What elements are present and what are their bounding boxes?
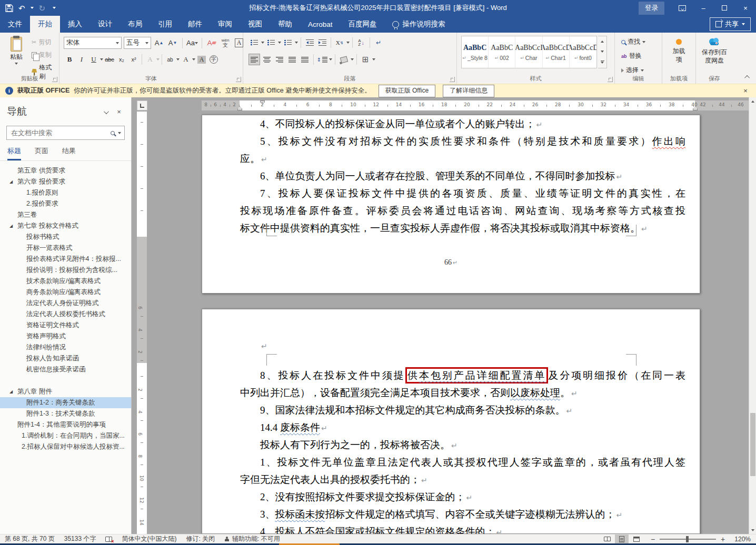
strikethrough-button[interactable]: abc (104, 54, 115, 65)
subscript-button[interactable]: x₂ (116, 54, 127, 65)
ribbon-tab-文件[interactable]: 文件 (0, 16, 30, 33)
zoom-level[interactable]: 120% (730, 536, 751, 543)
document-page-2[interactable]: ↵8、投标人在投标文件中须提供本包别产品详细配置清单及分项明细报价（在同一表中列… (202, 309, 700, 534)
nav-tree-item[interactable]: 附件1-3：技术关键条款 (0, 408, 131, 419)
share-button[interactable]: 共享 (710, 17, 751, 31)
nav-tree-item[interactable]: 报价表格式详见附件4：投标报... (0, 254, 131, 265)
nav-tree-item[interactable]: 1.报价原则 (0, 187, 131, 198)
close-button[interactable]: × (735, 0, 756, 16)
styles-scroll-down-icon[interactable] (601, 51, 604, 53)
word-count-status[interactable]: 35133 个字 (59, 534, 101, 543)
addins-button[interactable]: 加载项 (662, 37, 695, 64)
asian-layout-button[interactable]: X↯ (334, 37, 345, 48)
style-chip[interactable]: AaBbCcD↵font0 (570, 36, 596, 68)
proofing-status-button[interactable] (101, 537, 117, 542)
nav-tree-item[interactable]: 第五章 供货要求 (0, 165, 131, 176)
italic-button[interactable]: I (76, 54, 87, 65)
multilevel-list-button[interactable] (282, 37, 294, 48)
ribbon-tab-帮助[interactable]: 帮助 (270, 16, 300, 33)
styles-scroll-up-icon[interactable] (601, 41, 604, 43)
horizontal-ruler[interactable]: 8642246810121416182022242628303234363840… (202, 100, 749, 110)
style-chip[interactable]: AaBbCcI↵Char (515, 36, 542, 68)
ribbon-display-options-button[interactable] (672, 0, 693, 16)
license-bar-close-button[interactable]: × (739, 87, 752, 95)
change-case-button[interactable]: Aa (186, 37, 198, 49)
document-page-1[interactable]: 4、不同投标人的投标保证金从同一单位或者个人的账户转出；↵5、投标文件没有对招标… (202, 115, 700, 294)
ribbon-tab-布局[interactable]: 布局 (120, 16, 150, 33)
nav-tree-item[interactable]: 1.调价机制：在合同期内，当国家... (0, 430, 131, 441)
learn-more-button[interactable]: 了解详细信息 (443, 85, 494, 97)
zoom-out-button[interactable]: − (650, 535, 656, 543)
page-number-status[interactable]: 第 68 页, 共 70 页 (0, 534, 59, 543)
nav-tab-页面[interactable]: 页面 (35, 146, 48, 160)
nav-tree-item[interactable]: 2.报价要求 (0, 198, 131, 209)
scroll-up-button[interactable] (749, 97, 756, 105)
justify-button[interactable] (286, 54, 298, 65)
styles-dialog-launcher[interactable] (608, 77, 613, 82)
nav-tree-item[interactable]: 资格声明格式 (0, 331, 131, 342)
increase-indent-button[interactable] (316, 37, 328, 48)
nav-tree-item[interactable]: ◢第七章 投标文件格式 (0, 220, 131, 231)
nav-tree-item[interactable]: 附件1-2：商务关键条款 (0, 397, 131, 408)
web-layout-button[interactable] (630, 534, 643, 543)
bold-button[interactable]: B (64, 54, 75, 65)
ribbon-tab-邮件[interactable]: 邮件 (180, 16, 210, 33)
ribbon-tab-插入[interactable]: 插入 (60, 16, 90, 33)
clipboard-dialog-launcher[interactable] (52, 77, 57, 82)
align-right-button[interactable] (274, 54, 285, 65)
font-size-combo[interactable]: 五号 (124, 37, 151, 49)
paste-button[interactable]: 粘贴 (4, 37, 28, 75)
shrink-font-button[interactable]: A▼ (167, 37, 178, 49)
borders-button[interactable]: ⊞ (360, 54, 371, 65)
document-search-box[interactable] (6, 126, 125, 140)
scrollbar-thumb[interactable] (750, 413, 755, 476)
nav-tree-item[interactable]: 法定代表人身份证明格式 (0, 298, 131, 309)
ribbon-tab-百度网盘[interactable]: 百度网盘 (341, 16, 385, 33)
ribbon-tab-Acrobat[interactable]: Acrobat (300, 16, 341, 33)
font-color-dropdown-icon[interactable] (192, 58, 195, 60)
search-icon[interactable] (111, 131, 115, 135)
expand-collapse-icon[interactable]: ◢ (9, 176, 13, 187)
show-marks-button[interactable]: ↵ (373, 37, 384, 48)
navigation-options-button[interactable] (98, 108, 112, 116)
login-button[interactable]: 登录 (639, 2, 664, 15)
vertical-scrollbar[interactable] (749, 97, 756, 534)
nav-tree-item[interactable]: 投标人告知承诺函 (0, 353, 131, 364)
ribbon-tab-开始[interactable]: 开始 (30, 16, 60, 33)
highlight-dropdown-icon[interactable] (176, 58, 180, 60)
expand-collapse-icon[interactable]: ◢ (9, 220, 13, 231)
zoom-slider[interactable] (660, 539, 716, 540)
save-to-baidu-button[interactable]: 保存到百度网盘 (696, 37, 733, 65)
replace-button[interactable]: ab替换 (619, 51, 648, 62)
decrease-indent-button[interactable] (304, 37, 315, 48)
underline-dropdown-icon[interactable] (100, 58, 103, 60)
select-button[interactable]: 选择 (619, 65, 648, 76)
nav-tree-item[interactable]: 2.招标人保留对中标候选人投标资... (0, 441, 131, 452)
paragraph-dialog-launcher[interactable] (450, 77, 455, 82)
align-center-button[interactable] (261, 54, 273, 65)
clear-formatting-button[interactable]: A (206, 37, 217, 49)
nav-tab-结果[interactable]: 结果 (62, 146, 76, 160)
nav-tree-item[interactable]: ◢第八章 附件 (0, 386, 131, 397)
nav-tree-item[interactable]: 投标书格式 (0, 231, 131, 243)
nav-tree-item[interactable]: 法律纠纷情况 (0, 342, 131, 353)
search-dropdown-icon[interactable] (118, 132, 121, 134)
tab-selector[interactable] (137, 100, 147, 110)
font-name-combo[interactable]: 宋体 (64, 37, 122, 49)
styles-more-icon[interactable] (601, 60, 604, 64)
nav-tree-item[interactable]: 报价说明：投标报价为含税综... (0, 265, 131, 276)
find-button[interactable]: 查找 (619, 36, 648, 47)
undo-icon[interactable]: ↶ (18, 4, 25, 12)
minimize-button[interactable]: – (693, 0, 714, 16)
ribbon-tab-审阅[interactable]: 审阅 (210, 16, 240, 33)
superscript-button[interactable]: x² (128, 54, 140, 65)
zoom-slider-thumb[interactable] (686, 536, 689, 542)
nav-tree-item[interactable]: 技术条款响应/偏离表格式 (0, 276, 131, 287)
ribbon-tab-引用[interactable]: 引用 (150, 16, 180, 33)
font-dialog-launcher[interactable] (236, 77, 241, 82)
ribbon-tab-设计[interactable]: 设计 (90, 16, 120, 33)
read-mode-button[interactable] (600, 534, 614, 543)
nav-tree-item[interactable]: ◢第六章 报价要求 (0, 176, 131, 187)
redo-icon[interactable]: ↻ (39, 4, 46, 12)
character-shading-button[interactable]: A (196, 54, 207, 65)
